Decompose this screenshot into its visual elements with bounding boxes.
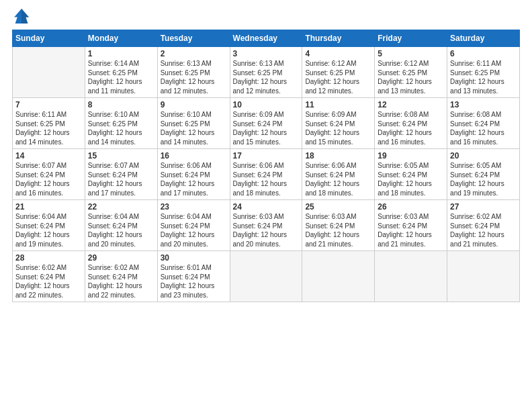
day-info: Sunrise: 6:13 AMSunset: 6:25 PMDaylight:… [161, 59, 227, 95]
day-number: 6 [450, 49, 517, 58]
calendar-table: SundayMondayTuesdayWednesdayThursdayFrid… [12, 30, 520, 302]
day-info: Sunrise: 6:11 AMSunset: 6:25 PMDaylight:… [15, 110, 82, 146]
day-number: 10 [233, 100, 300, 109]
calendar-header-saturday: Saturday [447, 30, 520, 47]
calendar-cell: 25Sunrise: 6:03 AMSunset: 6:24 PMDayligh… [302, 200, 375, 251]
calendar-cell: 19Sunrise: 6:05 AMSunset: 6:24 PMDayligh… [375, 149, 447, 200]
calendar-cell: 21Sunrise: 6:04 AMSunset: 6:24 PMDayligh… [13, 200, 85, 251]
day-info: Sunrise: 6:10 AMSunset: 6:25 PMDaylight:… [161, 110, 227, 146]
calendar-cell: 8Sunrise: 6:10 AMSunset: 6:25 PMDaylight… [85, 98, 157, 149]
day-number: 19 [378, 151, 444, 161]
calendar-cell: 24Sunrise: 6:03 AMSunset: 6:24 PMDayligh… [230, 200, 302, 251]
day-info: Sunrise: 6:14 AMSunset: 6:25 PMDaylight:… [88, 59, 154, 95]
day-number: 15 [88, 151, 154, 161]
day-number: 2 [161, 49, 227, 58]
logo [12, 7, 34, 26]
calendar-cell: 3Sunrise: 6:13 AMSunset: 6:25 PMDaylight… [230, 47, 302, 98]
day-number: 8 [88, 100, 154, 109]
calendar-cell: 9Sunrise: 6:10 AMSunset: 6:25 PMDaylight… [157, 98, 230, 149]
day-number: 20 [450, 151, 517, 161]
day-number: 17 [233, 151, 300, 161]
day-number: 18 [305, 151, 371, 161]
day-info: Sunrise: 6:09 AMSunset: 6:24 PMDaylight:… [233, 110, 300, 146]
calendar-cell: 14Sunrise: 6:07 AMSunset: 6:24 PMDayligh… [13, 149, 85, 200]
calendar-week-row: 14Sunrise: 6:07 AMSunset: 6:24 PMDayligh… [13, 149, 520, 200]
calendar-cell: 17Sunrise: 6:06 AMSunset: 6:24 PMDayligh… [230, 149, 302, 200]
day-number: 12 [378, 100, 444, 109]
day-number: 28 [15, 253, 82, 263]
day-number: 16 [161, 151, 227, 161]
calendar-header-wednesday: Wednesday [230, 30, 302, 47]
calendar-cell: 27Sunrise: 6:02 AMSunset: 6:24 PMDayligh… [447, 200, 520, 251]
day-info: Sunrise: 6:12 AMSunset: 6:25 PMDaylight:… [378, 59, 444, 95]
day-info: Sunrise: 6:07 AMSunset: 6:24 PMDaylight:… [15, 161, 82, 197]
day-info: Sunrise: 6:07 AMSunset: 6:24 PMDaylight:… [88, 161, 154, 197]
calendar-cell: 18Sunrise: 6:06 AMSunset: 6:24 PMDayligh… [302, 149, 375, 200]
day-info: Sunrise: 6:04 AMSunset: 6:24 PMDaylight:… [161, 212, 227, 248]
day-info: Sunrise: 6:09 AMSunset: 6:24 PMDaylight:… [305, 110, 371, 146]
calendar-cell: 26Sunrise: 6:03 AMSunset: 6:24 PMDayligh… [375, 200, 447, 251]
calendar-cell [375, 251, 447, 302]
calendar-header-row: SundayMondayTuesdayWednesdayThursdayFrid… [13, 30, 520, 47]
calendar-cell: 12Sunrise: 6:08 AMSunset: 6:24 PMDayligh… [375, 98, 447, 149]
calendar-header-friday: Friday [375, 30, 447, 47]
calendar-cell: 7Sunrise: 6:11 AMSunset: 6:25 PMDaylight… [13, 98, 85, 149]
day-number: 23 [161, 202, 227, 212]
day-info: Sunrise: 6:13 AMSunset: 6:25 PMDaylight:… [233, 59, 300, 95]
day-info: Sunrise: 6:06 AMSunset: 6:24 PMDaylight:… [161, 161, 227, 197]
calendar-cell: 13Sunrise: 6:08 AMSunset: 6:24 PMDayligh… [447, 98, 520, 149]
calendar-cell: 15Sunrise: 6:07 AMSunset: 6:24 PMDayligh… [85, 149, 157, 200]
calendar-header-monday: Monday [85, 30, 157, 47]
day-info: Sunrise: 6:01 AMSunset: 6:24 PMDaylight:… [161, 263, 227, 300]
calendar-header-tuesday: Tuesday [157, 30, 230, 47]
day-info: Sunrise: 6:11 AMSunset: 6:25 PMDaylight:… [450, 59, 517, 95]
day-number: 24 [233, 202, 300, 212]
calendar-cell: 4Sunrise: 6:12 AMSunset: 6:25 PMDaylight… [302, 47, 375, 98]
day-info: Sunrise: 6:02 AMSunset: 6:24 PMDaylight:… [88, 263, 154, 300]
day-info: Sunrise: 6:05 AMSunset: 6:24 PMDaylight:… [450, 161, 517, 197]
calendar-cell: 29Sunrise: 6:02 AMSunset: 6:24 PMDayligh… [85, 251, 157, 302]
calendar-week-row: 21Sunrise: 6:04 AMSunset: 6:24 PMDayligh… [13, 200, 520, 251]
day-number: 30 [161, 253, 227, 263]
day-info: Sunrise: 6:08 AMSunset: 6:24 PMDaylight:… [378, 110, 444, 146]
calendar-header-sunday: Sunday [13, 30, 85, 47]
day-info: Sunrise: 6:10 AMSunset: 6:25 PMDaylight:… [88, 110, 154, 146]
calendar-cell: 6Sunrise: 6:11 AMSunset: 6:25 PMDaylight… [447, 47, 520, 98]
calendar-cell [302, 251, 375, 302]
calendar-week-row: 28Sunrise: 6:02 AMSunset: 6:24 PMDayligh… [13, 251, 520, 302]
calendar-cell [447, 251, 520, 302]
day-number: 26 [378, 202, 444, 212]
calendar-cell: 10Sunrise: 6:09 AMSunset: 6:24 PMDayligh… [230, 98, 302, 149]
day-info: Sunrise: 6:05 AMSunset: 6:24 PMDaylight:… [378, 161, 444, 197]
calendar-cell: 11Sunrise: 6:09 AMSunset: 6:24 PMDayligh… [302, 98, 375, 149]
calendar-cell: 23Sunrise: 6:04 AMSunset: 6:24 PMDayligh… [157, 200, 230, 251]
day-info: Sunrise: 6:03 AMSunset: 6:24 PMDaylight:… [233, 212, 300, 248]
calendar-cell: 28Sunrise: 6:02 AMSunset: 6:24 PMDayligh… [13, 251, 85, 302]
calendar-week-row: 7Sunrise: 6:11 AMSunset: 6:25 PMDaylight… [13, 98, 520, 149]
day-number: 13 [450, 100, 517, 109]
calendar-cell: 1Sunrise: 6:14 AMSunset: 6:25 PMDaylight… [85, 47, 157, 98]
day-info: Sunrise: 6:06 AMSunset: 6:24 PMDaylight:… [233, 161, 300, 197]
calendar-week-row: 1Sunrise: 6:14 AMSunset: 6:25 PMDaylight… [13, 47, 520, 98]
page: SundayMondayTuesdayWednesdayThursdayFrid… [0, 0, 532, 411]
calendar-cell: 16Sunrise: 6:06 AMSunset: 6:24 PMDayligh… [157, 149, 230, 200]
calendar-cell: 22Sunrise: 6:04 AMSunset: 6:24 PMDayligh… [85, 200, 157, 251]
day-number: 7 [15, 100, 82, 109]
day-info: Sunrise: 6:12 AMSunset: 6:25 PMDaylight:… [305, 59, 371, 95]
day-number: 25 [305, 202, 371, 212]
svg-marker-1 [21, 9, 29, 24]
day-number: 3 [233, 49, 300, 58]
logo-icon [12, 7, 31, 26]
calendar-cell [230, 251, 302, 302]
day-number: 1 [88, 49, 154, 58]
calendar-cell: 2Sunrise: 6:13 AMSunset: 6:25 PMDaylight… [157, 47, 230, 98]
day-number: 5 [378, 49, 444, 58]
calendar-header-thursday: Thursday [302, 30, 375, 47]
day-number: 11 [305, 100, 371, 109]
calendar-cell: 5Sunrise: 6:12 AMSunset: 6:25 PMDaylight… [375, 47, 447, 98]
day-number: 22 [88, 202, 154, 212]
header [12, 7, 520, 26]
day-info: Sunrise: 6:03 AMSunset: 6:24 PMDaylight:… [305, 212, 371, 248]
day-info: Sunrise: 6:04 AMSunset: 6:24 PMDaylight:… [15, 212, 82, 248]
day-number: 4 [305, 49, 371, 58]
